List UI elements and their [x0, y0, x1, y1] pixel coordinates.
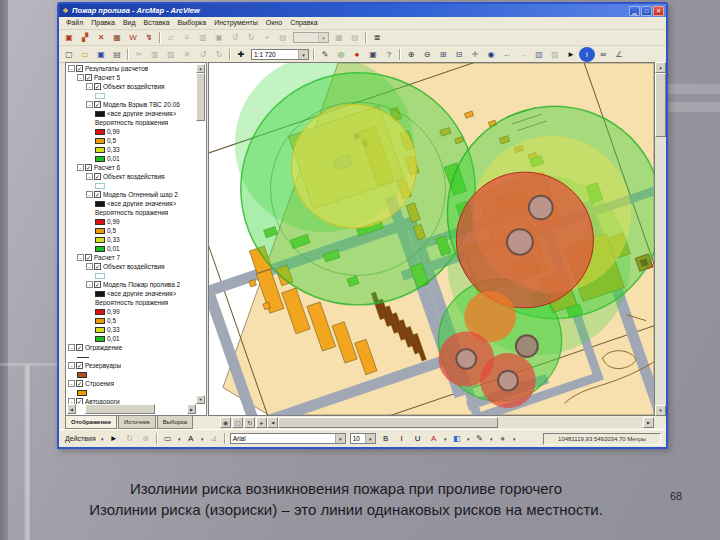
scroll-thumb[interactable] [278, 417, 498, 428]
sketch-tool-icon[interactable]: ▞ [77, 30, 93, 45]
checkbox[interactable]: ✓ [76, 65, 83, 72]
toc-row[interactable]: 0,5 [67, 226, 196, 235]
identify-icon[interactable]: i [579, 47, 595, 62]
toc-row[interactable]: Вероятность поражения [67, 298, 196, 307]
scale-combo[interactable]: 1:1 720▾ [251, 49, 309, 60]
combo-arrow[interactable]: ▾ [365, 434, 375, 443]
redo-icon[interactable]: ↻ [211, 47, 227, 62]
toc-horizontal-scrollbar[interactable]: ◀ ▶ [67, 404, 196, 414]
expand-icon[interactable]: - [86, 263, 93, 270]
zoom-in-icon[interactable]: ⊕ [403, 47, 419, 62]
checkbox[interactable]: ✓ [94, 83, 101, 90]
toc-row[interactable]: -✓Результаты расчетов [67, 64, 196, 73]
select-by-rect-icon[interactable]: ▧ [531, 47, 547, 62]
graphic-size-combo[interactable]: ▾ [293, 32, 329, 43]
toc-row[interactable]: -✓Расчет 6 [67, 163, 196, 172]
rectangle-tool-icon[interactable]: ▭ [160, 431, 176, 446]
pause-drawing-button[interactable]: ▸ [256, 417, 267, 428]
menu-item[interactable]: Правка [87, 17, 119, 29]
scroll-up-arrow[interactable]: ▲ [655, 62, 666, 73]
expand-icon[interactable]: - [86, 101, 93, 108]
help-icon[interactable]: ? [381, 47, 397, 62]
toc-row[interactable]: -✓Объект воздействия [67, 82, 196, 91]
zoom-out-icon[interactable]: ⊖ [419, 47, 435, 62]
dropdown-arrow[interactable]: ▾ [511, 436, 518, 442]
menu-item[interactable]: Окно [262, 17, 286, 29]
data-view-button[interactable]: ◉ [220, 417, 231, 428]
delete-icon[interactable]: ✕ [179, 47, 195, 62]
dropdown-arrow[interactable]: ▾ [488, 436, 495, 442]
toc-row[interactable] [67, 370, 196, 379]
menu-item[interactable]: Инструменты [210, 17, 262, 29]
zoom-element-icon[interactable]: ⊕ [138, 431, 154, 446]
actions-menu[interactable]: Действия [62, 435, 99, 442]
scroll-thumb[interactable] [196, 73, 205, 121]
toc-row[interactable] [67, 352, 196, 361]
checkbox[interactable]: ✓ [94, 281, 101, 288]
expand-icon[interactable]: - [86, 83, 93, 90]
menu-item[interactable]: Файл [62, 17, 87, 29]
toc-row[interactable]: Вероятность поражения [67, 118, 196, 127]
toc-row[interactable] [67, 181, 196, 190]
toc-row[interactable]: -✓Резервуары [67, 361, 196, 370]
dropdown-arrow[interactable]: ▾ [199, 436, 206, 442]
scroll-up-arrow[interactable]: ▲ [196, 64, 205, 73]
window-tool-icon[interactable]: ▣ [365, 47, 381, 62]
checkbox[interactable]: ✓ [76, 380, 83, 387]
toc-tab[interactable]: Отображение [65, 416, 117, 429]
dropdown-arrow[interactable]: ▾ [442, 436, 449, 442]
forward-extent-icon[interactable]: → [515, 47, 531, 62]
expand-icon[interactable]: - [77, 164, 84, 171]
expand-icon[interactable]: - [77, 74, 84, 81]
toc-row[interactable]: -✓Модель Пожар пролива 2 [67, 280, 196, 289]
menu-item[interactable]: Выборка [174, 17, 211, 29]
toc-row[interactable]: <все другие значения> [67, 109, 196, 118]
expand-icon[interactable]: - [68, 344, 75, 351]
underline-button[interactable]: U [410, 431, 426, 446]
back-extent-icon[interactable]: ← [499, 47, 515, 62]
fixed-zoom-in-icon[interactable]: ⊞ [435, 47, 451, 62]
toc-row[interactable]: <все другие значения> [67, 199, 196, 208]
add-graphic-icon[interactable]: ▱ [163, 30, 179, 45]
toc-row[interactable]: -✓Модель Взрыв ТВС 20.06 [67, 100, 196, 109]
map-horizontal-scrollbar[interactable]: ◀ ▶ [267, 417, 654, 428]
toc-row[interactable]: <все другие значения> [67, 289, 196, 298]
copy-icon[interactable]: ▥ [147, 47, 163, 62]
toc-row[interactable]: -✓Модель Огненный шар 2 [67, 190, 196, 199]
map-view[interactable] [208, 62, 655, 416]
nudge-icon[interactable]: + [259, 30, 275, 45]
checkbox[interactable]: ✓ [94, 101, 101, 108]
combo-arrow[interactable]: ▾ [335, 434, 345, 443]
group-icon[interactable]: ▣ [211, 30, 227, 45]
apply-style-icon[interactable]: ▦ [331, 30, 347, 45]
rotate-element-icon[interactable]: ↻ [122, 431, 138, 446]
scroll-thumb[interactable] [85, 404, 155, 414]
font-size-combo[interactable]: 10▾ [350, 433, 376, 444]
scroll-left-arrow[interactable]: ◀ [267, 417, 278, 428]
scroll-left-arrow[interactable]: ◀ [67, 404, 76, 414]
toc-row[interactable]: -✓Ограждение [67, 343, 196, 352]
toc-toggle-icon[interactable]: ≣ [369, 30, 385, 45]
paste-icon[interactable]: ▧ [163, 47, 179, 62]
toc-tab[interactable]: Выборка [157, 416, 194, 429]
checkbox[interactable]: ✓ [94, 173, 101, 180]
scroll-thumb[interactable] [655, 73, 666, 137]
fixed-zoom-out-icon[interactable]: ⊟ [451, 47, 467, 62]
toc-row[interactable] [67, 271, 196, 280]
text-tool-icon[interactable]: A [183, 431, 199, 446]
toc-row[interactable] [67, 388, 196, 397]
map-canvas[interactable] [209, 63, 654, 415]
editor-target-icon[interactable]: ▣ [61, 30, 77, 45]
model-sphere-icon[interactable]: ● [349, 47, 365, 62]
checkbox[interactable]: ✓ [76, 344, 83, 351]
select-elements-icon[interactable]: ► [106, 431, 122, 446]
new-map-icon[interactable]: ▢ [61, 47, 77, 62]
toc-row[interactable]: -✓Автодороги [67, 397, 196, 404]
refresh-view-button[interactable]: ↻ [244, 417, 255, 428]
clear-selection-icon[interactable]: ▨ [547, 47, 563, 62]
rotate-right-icon[interactable]: ↻ [243, 30, 259, 45]
map-vertical-scrollbar[interactable]: ▲ ▼ [655, 62, 666, 416]
close-button[interactable]: ✕ [653, 6, 664, 16]
edit-vertices-icon[interactable]: ⊿ [206, 431, 222, 446]
scroll-right-arrow[interactable]: ▶ [643, 417, 654, 428]
